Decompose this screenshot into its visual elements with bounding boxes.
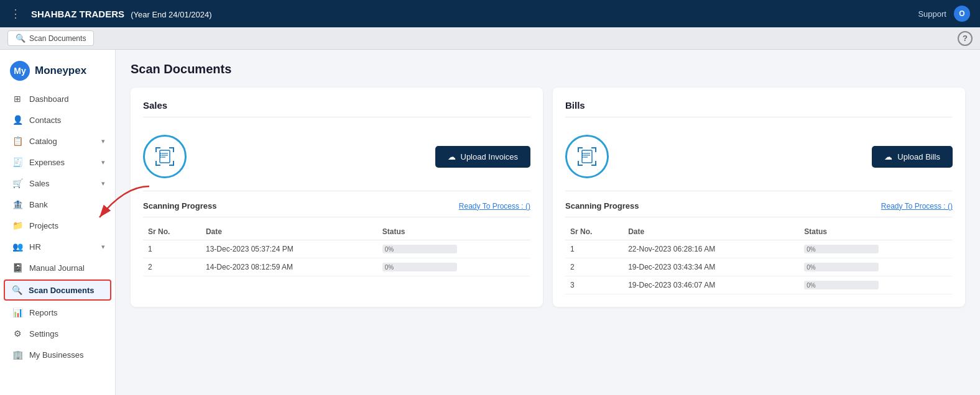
cell-status: 0%	[799, 258, 953, 276]
sales-card: Sales	[131, 88, 543, 307]
progress-bar: 0%	[382, 263, 457, 271]
sidebar-item-manual-journal[interactable]: 📓 Manual Journal	[0, 257, 115, 278]
svg-rect-8	[173, 161, 174, 166]
page-title: Scan Documents	[131, 62, 965, 76]
menu-dots-icon[interactable]: ⋮	[10, 7, 21, 20]
sales-scan-table: Sr No. Date Status 1 13-Dec-2023 05:37:2…	[143, 224, 530, 276]
upload-invoices-button[interactable]: ☁ Upload Invoices	[435, 146, 531, 168]
svg-rect-9	[160, 150, 170, 163]
sidebar-item-hr[interactable]: 👥 HR ▾	[0, 236, 115, 257]
sidebar-label-dashboard: Dashboard	[29, 94, 69, 104]
svg-rect-2	[155, 147, 157, 152]
sidebar-label-scan-documents: Scan Documents	[29, 286, 94, 295]
breadcrumb-tab[interactable]: 🔍 Scan Documents	[7, 30, 94, 46]
sidebar-item-catalog[interactable]: 📋 Catalog ▾	[0, 130, 115, 152]
svg-rect-17	[578, 147, 579, 152]
sidebar-label-catalog: Catalog	[29, 137, 57, 146]
sales-col-srno: Sr No.	[143, 224, 201, 240]
help-icon[interactable]: ?	[958, 31, 973, 46]
expenses-icon: 🧾	[12, 157, 23, 167]
sidebar-item-scan-documents[interactable]: 🔍 Scan Documents	[4, 279, 111, 301]
sidebar-label-reports: Reports	[29, 308, 58, 317]
sidebar-item-contacts[interactable]: 👤 Contacts	[0, 109, 115, 130]
sidebar-logo: My Moneypex	[0, 55, 115, 88]
chevron-down-icon: ▾	[101, 179, 105, 188]
breadcrumb-bar: 🔍 Scan Documents ?	[0, 27, 980, 50]
sales-upload-section: ☁ Upload Invoices	[143, 125, 530, 191]
sidebar-item-settings[interactable]: ⚙ Settings	[0, 323, 115, 344]
app-name: Moneypex	[35, 65, 86, 77]
main-layout: My Moneypex ⊞ Dashboard 👤 Contacts 📋 Cat…	[0, 50, 980, 395]
cell-date: 19-Dec-2023 03:43:34 AM	[623, 258, 799, 276]
upload-invoices-label: Upload Invoices	[461, 152, 519, 161]
bank-icon: 🏦	[12, 199, 23, 209]
cell-date: 14-Dec-2023 08:12:59 AM	[201, 258, 377, 276]
sidebar-label-sales: Sales	[29, 179, 50, 188]
svg-rect-21	[578, 161, 579, 166]
progress-text: 0%	[382, 246, 394, 253]
svg-point-30	[583, 157, 584, 158]
cell-date: 22-Nov-2023 06:28:16 AM	[623, 240, 799, 258]
cell-date: 19-Dec-2023 03:46:07 AM	[623, 276, 799, 294]
svg-point-15	[160, 157, 162, 158]
sales-document-icon	[153, 145, 177, 168]
bills-col-status: Status	[799, 224, 953, 240]
bills-ready-to-process-link[interactable]: Ready To Process : ()	[881, 202, 953, 211]
chevron-down-icon: ▾	[101, 137, 105, 145]
sidebar-item-dashboard[interactable]: ⊞ Dashboard	[0, 88, 115, 109]
settings-icon: ⚙	[12, 329, 23, 338]
svg-rect-19	[595, 147, 596, 152]
upload-bills-button[interactable]: ☁ Upload Bills	[872, 146, 953, 168]
sales-col-date: Date	[201, 224, 377, 240]
sidebar-label-bank: Bank	[29, 200, 48, 209]
table-row: 1 22-Nov-2023 06:28:16 AM 0%	[565, 240, 953, 258]
progress-bar: 0%	[804, 263, 879, 271]
user-avatar[interactable]: O	[954, 6, 970, 22]
progress-bar: 0%	[382, 245, 457, 253]
cloud-upload-bills-icon: ☁	[884, 152, 892, 161]
svg-rect-23	[595, 161, 596, 166]
svg-point-28	[583, 153, 584, 154]
progress-text: 0%	[804, 282, 815, 289]
table-row: 3 19-Dec-2023 03:46:07 AM 0%	[565, 276, 953, 294]
chevron-down-icon: ▾	[101, 158, 105, 166]
cell-srno: 1	[143, 240, 201, 258]
dashboard-icon: ⊞	[12, 94, 23, 104]
table-row: 1 13-Dec-2023 05:37:24 PM 0%	[143, 240, 530, 258]
sales-scanning-header: Scanning Progress Ready To Process : ()	[143, 201, 530, 211]
sales-scanning-title: Scanning Progress	[143, 201, 216, 211]
company-title: SHAHBAZ TRADERS (Year End 24/01/2024)	[31, 9, 910, 19]
sidebar-item-sales[interactable]: 🛒 Sales ▾	[0, 173, 115, 194]
cards-row: Sales	[131, 88, 965, 307]
reports-icon: 📊	[12, 307, 23, 317]
cell-srno: 2	[143, 258, 201, 276]
sidebar-item-reports[interactable]: 📊 Reports	[0, 302, 115, 323]
bills-document-icon	[575, 145, 599, 168]
progress-bar: 0%	[804, 281, 879, 289]
manual-journal-icon: 📓	[12, 263, 23, 273]
contacts-icon: 👤	[12, 115, 23, 125]
content-area: Scan Documents Sales	[116, 50, 980, 395]
bills-col-srno: Sr No.	[565, 224, 623, 240]
bills-card: Bills	[553, 88, 965, 307]
sidebar-item-my-businesses[interactable]: 🏢 My Businesses	[0, 344, 115, 365]
progress-text: 0%	[382, 264, 394, 271]
breadcrumb-label: Scan Documents	[29, 34, 86, 43]
cell-status: 0%	[799, 276, 953, 294]
sidebar-item-projects[interactable]: 📁 Projects	[0, 215, 115, 236]
cell-srno: 3	[565, 276, 623, 294]
sales-ready-to-process-link[interactable]: Ready To Process : ()	[459, 202, 530, 211]
sidebar-label-settings: Settings	[29, 329, 58, 338]
progress-text: 0%	[804, 264, 815, 271]
cell-srno: 2	[565, 258, 623, 276]
progress-bar: 0%	[804, 245, 879, 253]
cell-status: 0%	[377, 240, 530, 258]
hr-icon: 👥	[12, 242, 23, 252]
support-link[interactable]: Support	[918, 9, 946, 19]
sidebar-label-manual-journal: Manual Journal	[29, 263, 85, 273]
cell-status: 0%	[377, 258, 530, 276]
sidebar-item-expenses[interactable]: 🧾 Expenses ▾	[0, 152, 115, 173]
sidebar-item-bank[interactable]: 🏦 Bank	[0, 194, 115, 215]
bills-scanning-title: Scanning Progress	[565, 201, 639, 211]
cell-date: 13-Dec-2023 05:37:24 PM	[201, 240, 377, 258]
